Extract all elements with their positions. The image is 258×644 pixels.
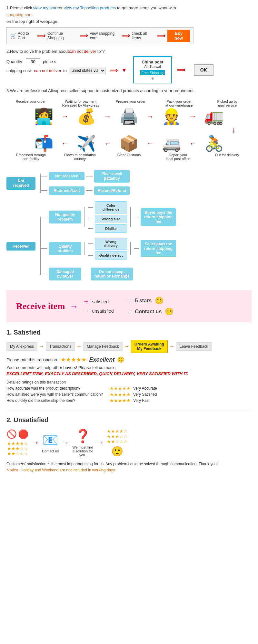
fb-arrow-2: → bbox=[76, 344, 82, 349]
neutral-emoji: 😐 bbox=[165, 308, 174, 316]
five-stars-arrow: → bbox=[126, 298, 132, 304]
results-column: → 5 stars 🙂 → Contact us 😐 bbox=[126, 297, 174, 316]
no-return-box: Do not accept return or exchange bbox=[91, 268, 133, 280]
returned-lost-box: Returned/Lost bbox=[49, 186, 84, 195]
manage-feedback-step[interactable]: Manage Feedback bbox=[83, 342, 122, 351]
not-received-box: Not received bbox=[6, 177, 35, 190]
unsat-arrow: → bbox=[83, 308, 89, 314]
quality-branch: Quality problem Wrong delivery Q bbox=[41, 238, 176, 260]
sat-arrow: → bbox=[83, 298, 89, 305]
not-received-branches: Not received Please wait patiently Retur… bbox=[41, 170, 130, 195]
quantity-input[interactable] bbox=[26, 58, 40, 65]
quality-problem-box: Quality problem bbox=[49, 242, 81, 255]
quantity-label: Quantity: bbox=[6, 59, 23, 64]
notice-label: Notice: bbox=[6, 468, 19, 472]
worker-icon: 👷 bbox=[162, 109, 181, 124]
section3: 3.We are professional Aliexpress seller,… bbox=[6, 88, 252, 93]
seller-pays-box: Seller pays the return shipping fee bbox=[141, 240, 176, 257]
leave-feedback-step[interactable]: Leave Feedback bbox=[176, 342, 212, 351]
proc-arrow-2: → bbox=[104, 112, 111, 121]
not-quality-box: Not quality problem bbox=[49, 211, 81, 223]
arrow3: ⟹ bbox=[122, 32, 130, 39]
not-received-main: Not received bbox=[6, 174, 41, 193]
five-stars-row: → 5 stars 🙂 bbox=[126, 297, 174, 305]
proc-arrow-3: → bbox=[147, 112, 154, 121]
cart-icon: 🛒 bbox=[10, 33, 16, 39]
china-post-arrow: ⟹ bbox=[177, 66, 185, 73]
unsat-arrow-1: → bbox=[32, 439, 39, 447]
label-customs: Clear Customs bbox=[111, 153, 147, 161]
comment1-text: Your comments will help other buyers! Pl… bbox=[6, 365, 252, 370]
hline-dl bbox=[88, 228, 93, 229]
proc-arrow-8: ← bbox=[62, 139, 69, 148]
proc-arrow-4: → bbox=[189, 112, 196, 121]
section1-text: 1.Please click view my storeor view my T… bbox=[6, 5, 252, 18]
quality-defect-box: Quality defect bbox=[95, 251, 127, 260]
down-arrow-connector: ↓ bbox=[6, 126, 252, 134]
hline-db1 bbox=[41, 274, 47, 274]
section2-left: Quantity: piece s shipping cost:can not … bbox=[6, 56, 127, 75]
quality-subs: Wrong delivery Quality defect bbox=[88, 238, 127, 260]
high-stars-3: ★★☆☆☆ bbox=[107, 439, 128, 444]
shopping-cart-text: shopping cart. bbox=[6, 12, 33, 17]
hline-wd bbox=[88, 243, 93, 244]
process-bottom-row: 🚴 ← 🚐 ← 📦 ← ✈️ ← 📬 bbox=[6, 136, 252, 151]
orders-awaiting-step[interactable]: Orders AwaitingMy Feedback bbox=[131, 340, 168, 353]
label-picked-up: Picked up by mail service bbox=[210, 99, 245, 107]
wrong-size-box: Wrong size bbox=[95, 215, 127, 223]
down-connector-arrow: ↓ bbox=[232, 126, 235, 134]
hline-nq1 bbox=[41, 217, 47, 217]
buy-now-button[interactable]: Buy now bbox=[167, 30, 190, 42]
dislike-branch: Dislike bbox=[88, 224, 127, 233]
arrow4: ⟹ bbox=[157, 32, 165, 39]
rate-row: Please rate this transaction: ★★★★★ Exce… bbox=[6, 356, 252, 363]
stars-row2: ★★★☆☆ bbox=[7, 446, 28, 451]
rating2-stars: ★★★★★ bbox=[110, 392, 131, 397]
china-post-box: China post Air Parcel Free Shipping ⊕ bbox=[133, 56, 172, 83]
ok-button[interactable]: OK bbox=[194, 64, 213, 76]
h-line-3 bbox=[41, 190, 47, 191]
free-shipping-badge: Free Shipping bbox=[140, 70, 165, 75]
satisfied-row: → satisfied bbox=[83, 298, 121, 305]
check-items-label: check all items bbox=[132, 31, 155, 40]
rating2-row: How satisfied were you with the seller's… bbox=[6, 392, 252, 397]
process-top-labels: Receive your order Waiting for payment R… bbox=[6, 99, 252, 107]
view-topselling-link[interactable]: view my Topselling products bbox=[64, 5, 116, 10]
unsat-item-email: 📧 Contact us bbox=[42, 432, 59, 453]
damaged-box: Damaged by buyer bbox=[49, 268, 81, 280]
rating3-result: Very Fast bbox=[133, 398, 150, 403]
process-item-10: 📬 bbox=[26, 136, 62, 151]
section2-title: 2.How to solve the problem aboutcan not … bbox=[6, 49, 252, 54]
can-not-deliver-text: can not deliver bbox=[69, 49, 96, 54]
excellent-text: EXCELLENT ITEM, EXACTLY AS DESCRIBED, QU… bbox=[6, 371, 252, 376]
via-select[interactable]: unied states via bbox=[69, 67, 105, 74]
stars-row1: ★★★★☆ bbox=[7, 441, 28, 446]
hline-cd bbox=[88, 207, 93, 208]
rate-label: Please rate this transaction: bbox=[6, 357, 58, 362]
fb-arrow-1: → bbox=[39, 344, 44, 349]
not-received-section: Not received Not received Please wait pa… bbox=[6, 167, 252, 195]
process-item-1: 👩‍💻 bbox=[26, 109, 62, 124]
my-aliexpress-step[interactable]: My Aliexpress bbox=[6, 342, 37, 351]
wrong-size-branch: Wrong size bbox=[88, 215, 127, 223]
not-quality-subs: Color difference Wrong size bbox=[88, 201, 127, 233]
transactions-step[interactable]: Transactions bbox=[46, 342, 75, 351]
h-line-2 bbox=[86, 176, 93, 176]
received-main: Received bbox=[6, 217, 41, 275]
hline-qp1 bbox=[41, 248, 47, 249]
view-store-link[interactable]: view my store bbox=[33, 5, 59, 10]
buyer-pays-box: Buyer pays the return shipping fee bbox=[141, 208, 176, 226]
process-item-4: 👷 bbox=[154, 109, 189, 124]
hline-db2 bbox=[83, 274, 89, 274]
feedback-steps: My Aliexpress → Transactions → Manage Fe… bbox=[6, 340, 252, 353]
process-section: Receive your order Waiting for payment R… bbox=[6, 99, 252, 161]
not-quality-branch: Not quality problem Color difference bbox=[41, 201, 176, 233]
happy-face-icon: 🙂 bbox=[111, 446, 123, 457]
section1: 1.Please click view my storeor view my T… bbox=[6, 5, 252, 44]
decision-tree-not-received: Not received Not received Please wait pa… bbox=[6, 167, 252, 280]
detailed-header: Detailed ratings on this transaction bbox=[6, 380, 252, 384]
fb-arrow-4: → bbox=[169, 344, 174, 349]
rating1-result: Very Accurate bbox=[133, 386, 157, 391]
shipping-label: shipping cost: bbox=[6, 68, 32, 73]
damaged-branch: Damaged by buyer Do not accept return or… bbox=[41, 268, 176, 280]
